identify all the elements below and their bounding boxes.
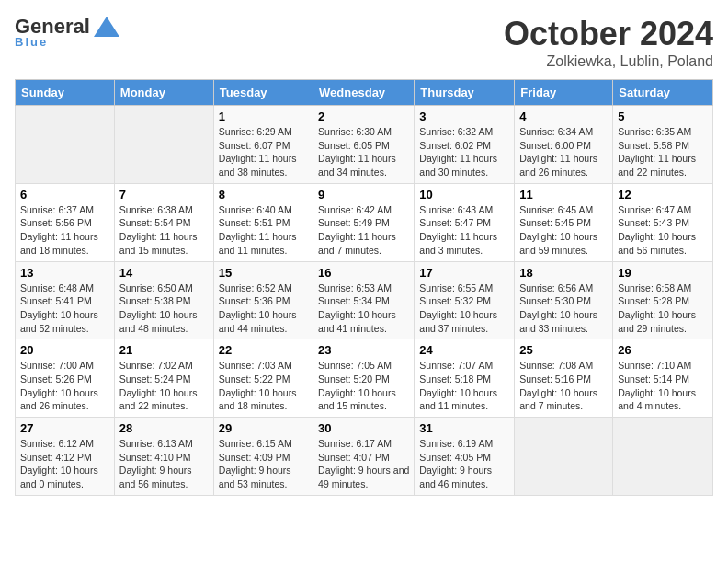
- day-number: 12: [618, 188, 708, 201]
- logo: General Blue: [15, 15, 119, 49]
- calendar-cell: 18Sunrise: 6:56 AM Sunset: 5:30 PM Dayli…: [515, 261, 613, 339]
- day-info: Sunrise: 6:32 AM Sunset: 6:02 PM Dayligh…: [419, 125, 509, 179]
- day-number: 2: [318, 109, 409, 123]
- day-number: 22: [219, 343, 308, 357]
- day-number: 24: [419, 343, 509, 357]
- page-header: General Blue October 2024 Zolkiewka, Lub…: [15, 15, 713, 70]
- day-number: 27: [20, 421, 109, 435]
- calendar-cell: 19Sunrise: 6:58 AM Sunset: 5:28 PM Dayli…: [613, 261, 713, 339]
- calendar-cell: [114, 106, 213, 184]
- calendar-cell: 9Sunrise: 6:42 AM Sunset: 5:49 PM Daylig…: [313, 183, 415, 261]
- calendar-cell: 28Sunrise: 6:13 AM Sunset: 4:10 PM Dayli…: [114, 418, 213, 496]
- calendar-cell: 30Sunrise: 6:17 AM Sunset: 4:07 PM Dayli…: [313, 418, 415, 496]
- calendar-week-2: 6Sunrise: 6:37 AM Sunset: 5:56 PM Daylig…: [16, 183, 713, 261]
- day-info: Sunrise: 6:19 AM Sunset: 4:05 PM Dayligh…: [419, 437, 509, 491]
- day-number: 3: [419, 109, 509, 123]
- day-info: Sunrise: 6:30 AM Sunset: 6:05 PM Dayligh…: [318, 125, 409, 179]
- calendar-cell: 8Sunrise: 6:40 AM Sunset: 5:51 PM Daylig…: [213, 183, 313, 261]
- day-number: 10: [419, 188, 509, 201]
- calendar-cell: 11Sunrise: 6:45 AM Sunset: 5:45 PM Dayli…: [515, 183, 613, 261]
- day-info: Sunrise: 6:58 AM Sunset: 5:28 PM Dayligh…: [618, 282, 708, 336]
- header-cell-wednesday: Wednesday: [313, 80, 415, 106]
- calendar-cell: 26Sunrise: 7:10 AM Sunset: 5:14 PM Dayli…: [613, 339, 713, 418]
- day-info: Sunrise: 6:53 AM Sunset: 5:34 PM Dayligh…: [318, 282, 409, 336]
- day-number: 14: [119, 266, 209, 280]
- header-row: SundayMondayTuesdayWednesdayThursdayFrid…: [16, 80, 713, 106]
- day-info: Sunrise: 7:00 AM Sunset: 5:26 PM Dayligh…: [20, 359, 109, 413]
- day-number: 16: [318, 266, 409, 280]
- calendar-cell: 25Sunrise: 7:08 AM Sunset: 5:16 PM Dayli…: [515, 339, 613, 418]
- calendar-cell: 4Sunrise: 6:34 AM Sunset: 6:00 PM Daylig…: [515, 106, 613, 184]
- day-info: Sunrise: 6:50 AM Sunset: 5:38 PM Dayligh…: [119, 282, 209, 336]
- day-number: 7: [119, 188, 209, 201]
- calendar-week-4: 20Sunrise: 7:00 AM Sunset: 5:26 PM Dayli…: [16, 339, 713, 418]
- calendar-cell: 5Sunrise: 6:35 AM Sunset: 5:58 PM Daylig…: [613, 106, 713, 184]
- calendar-cell: 7Sunrise: 6:38 AM Sunset: 5:54 PM Daylig…: [114, 183, 213, 261]
- day-number: 8: [219, 188, 308, 201]
- day-info: Sunrise: 7:05 AM Sunset: 5:20 PM Dayligh…: [318, 359, 409, 413]
- calendar-cell: 6Sunrise: 6:37 AM Sunset: 5:56 PM Daylig…: [16, 183, 115, 261]
- day-info: Sunrise: 6:45 AM Sunset: 5:45 PM Dayligh…: [519, 203, 608, 258]
- calendar-cell: 12Sunrise: 6:47 AM Sunset: 5:43 PM Dayli…: [613, 183, 713, 261]
- day-info: Sunrise: 7:10 AM Sunset: 5:14 PM Dayligh…: [618, 359, 708, 413]
- calendar-cell: 3Sunrise: 6:32 AM Sunset: 6:02 PM Daylig…: [415, 106, 515, 184]
- day-number: 15: [219, 266, 308, 280]
- calendar-week-3: 13Sunrise: 6:48 AM Sunset: 5:41 PM Dayli…: [16, 261, 713, 339]
- calendar-cell: 2Sunrise: 6:30 AM Sunset: 6:05 PM Daylig…: [313, 106, 415, 184]
- calendar-cell: [515, 418, 613, 496]
- calendar-cell: 20Sunrise: 7:00 AM Sunset: 5:26 PM Dayli…: [16, 339, 115, 418]
- calendar-cell: 24Sunrise: 7:07 AM Sunset: 5:18 PM Dayli…: [415, 339, 515, 418]
- day-number: 18: [519, 266, 608, 280]
- day-number: 5: [618, 109, 708, 123]
- day-info: Sunrise: 6:35 AM Sunset: 5:58 PM Dayligh…: [618, 125, 708, 179]
- day-info: Sunrise: 6:40 AM Sunset: 5:51 PM Dayligh…: [219, 203, 308, 258]
- header-cell-friday: Friday: [515, 80, 613, 106]
- location-subtitle: Zolkiewka, Lublin, Poland: [504, 53, 713, 70]
- calendar-cell: 15Sunrise: 6:52 AM Sunset: 5:36 PM Dayli…: [213, 261, 313, 339]
- header-cell-sunday: Sunday: [16, 80, 115, 106]
- calendar-cell: [613, 418, 713, 496]
- header-cell-monday: Monday: [114, 80, 213, 106]
- day-number: 19: [618, 266, 708, 280]
- day-info: Sunrise: 7:03 AM Sunset: 5:22 PM Dayligh…: [219, 359, 308, 413]
- day-info: Sunrise: 7:07 AM Sunset: 5:18 PM Dayligh…: [419, 359, 509, 413]
- calendar-cell: 14Sunrise: 6:50 AM Sunset: 5:38 PM Dayli…: [114, 261, 213, 339]
- day-number: 25: [519, 343, 608, 357]
- day-number: 29: [219, 421, 308, 435]
- calendar-cell: 1Sunrise: 6:29 AM Sunset: 6:07 PM Daylig…: [213, 106, 313, 184]
- day-info: Sunrise: 6:38 AM Sunset: 5:54 PM Dayligh…: [119, 203, 209, 258]
- day-number: 13: [20, 266, 109, 280]
- day-number: 31: [419, 421, 509, 435]
- day-info: Sunrise: 6:37 AM Sunset: 5:56 PM Dayligh…: [20, 203, 109, 258]
- day-info: Sunrise: 7:08 AM Sunset: 5:16 PM Dayligh…: [519, 359, 608, 413]
- calendar-cell: 10Sunrise: 6:43 AM Sunset: 5:47 PM Dayli…: [415, 183, 515, 261]
- day-info: Sunrise: 6:15 AM Sunset: 4:09 PM Dayligh…: [219, 437, 308, 491]
- calendar-week-5: 27Sunrise: 6:12 AM Sunset: 4:12 PM Dayli…: [16, 418, 713, 496]
- month-title: October 2024: [504, 15, 713, 53]
- day-number: 11: [519, 188, 608, 201]
- calendar-cell: 16Sunrise: 6:53 AM Sunset: 5:34 PM Dayli…: [313, 261, 415, 339]
- day-number: 4: [519, 109, 608, 123]
- header-cell-tuesday: Tuesday: [213, 80, 313, 106]
- day-info: Sunrise: 6:17 AM Sunset: 4:07 PM Dayligh…: [318, 437, 409, 491]
- day-info: Sunrise: 7:02 AM Sunset: 5:24 PM Dayligh…: [119, 359, 209, 413]
- calendar-cell: 21Sunrise: 7:02 AM Sunset: 5:24 PM Dayli…: [114, 339, 213, 418]
- calendar-cell: [16, 106, 115, 184]
- day-number: 21: [119, 343, 209, 357]
- day-number: 30: [318, 421, 409, 435]
- header-cell-thursday: Thursday: [415, 80, 515, 106]
- day-number: 26: [618, 343, 708, 357]
- day-info: Sunrise: 6:29 AM Sunset: 6:07 PM Dayligh…: [219, 125, 308, 179]
- day-number: 20: [20, 343, 109, 357]
- day-info: Sunrise: 6:34 AM Sunset: 6:00 PM Dayligh…: [519, 125, 608, 179]
- day-number: 23: [318, 343, 409, 357]
- day-number: 6: [20, 188, 109, 201]
- calendar-cell: 17Sunrise: 6:55 AM Sunset: 5:32 PM Dayli…: [415, 261, 515, 339]
- calendar-table: SundayMondayTuesdayWednesdayThursdayFrid…: [15, 79, 713, 496]
- calendar-cell: 27Sunrise: 6:12 AM Sunset: 4:12 PM Dayli…: [16, 418, 115, 496]
- calendar-week-1: 1Sunrise: 6:29 AM Sunset: 6:07 PM Daylig…: [16, 106, 713, 184]
- day-number: 9: [318, 188, 409, 201]
- logo-text-blue: Blue: [15, 35, 48, 49]
- day-info: Sunrise: 6:48 AM Sunset: 5:41 PM Dayligh…: [20, 282, 109, 336]
- day-number: 28: [119, 421, 209, 435]
